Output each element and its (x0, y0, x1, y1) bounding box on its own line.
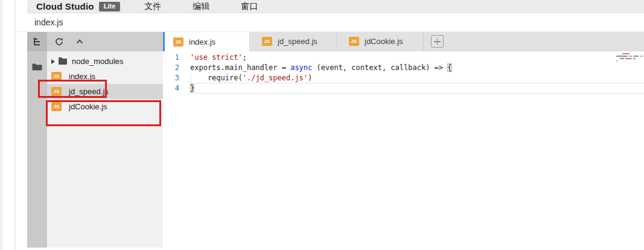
activity-bar (27, 32, 47, 248)
code-editor[interactable]: 1'use strict';2exports.main_handler = as… (163, 51, 644, 246)
collapse-all-icon[interactable] (75, 38, 84, 45)
sidebar-item-node_modules[interactable]: node_modules (47, 54, 163, 69)
open-file-bar: index.js (16, 13, 644, 32)
line-number: 2 (163, 63, 183, 73)
line-number: 3 (163, 73, 183, 83)
menu-window[interactable]: 窗口 (241, 1, 258, 12)
tab-jdCookie-js[interactable]: JSjdCookie.js (337, 32, 424, 51)
new-tab-button[interactable] (431, 35, 444, 48)
line-number: 1 (163, 53, 183, 63)
code-line[interactable]: 1'use strict'; (163, 53, 644, 63)
code-line[interactable]: 4} (163, 83, 644, 94)
sidebar-item-jd_speed-js[interactable]: JSjd_speed.js (47, 84, 163, 99)
token-string: './jd_speed.js' (243, 74, 308, 82)
code-text: exports.main_handler = async (event, con… (190, 63, 452, 73)
folder-icon (59, 59, 67, 65)
folder-icon (32, 63, 42, 71)
code-text: require('./jd_speed.js') (190, 73, 312, 83)
file-name: jd_speed.js (69, 87, 109, 96)
minimap-line (616, 56, 644, 57)
tab-label: jd_speed.js (278, 37, 317, 46)
app-title: Cloud Studio (36, 1, 94, 11)
tab-jd_speed-js[interactable]: JSjd_speed.js (250, 32, 337, 51)
minimap[interactable] (616, 53, 644, 62)
explorer-toolbar (47, 32, 163, 51)
file-name: index.js (69, 72, 95, 81)
js-file-icon: JS (349, 37, 359, 46)
js-file-icon: JS (51, 87, 62, 96)
sidebar-item-jdCookie-js[interactable]: JSjdCookie.js (47, 99, 163, 114)
open-file-name: index.js (34, 18, 63, 27)
minimap-line (616, 60, 644, 62)
file-name: jdCookie.js (69, 102, 107, 111)
js-file-icon: JS (51, 72, 62, 81)
minimap-line (616, 58, 644, 59)
token-string: 'use strict' (190, 53, 243, 62)
code-lines: 1'use strict';2exports.main_handler = as… (163, 53, 644, 94)
line-number: 4 (163, 83, 183, 94)
token-plain: exports.main_handler = (190, 63, 290, 72)
sidebar-item-index-js[interactable]: JSindex.js (47, 69, 163, 84)
new-tab-cell (424, 32, 450, 51)
editor-region: JSindex.jsJSjd_speed.jsJSjdCookie.js 1'u… (163, 32, 644, 248)
code-text: 'use strict'; (190, 53, 247, 63)
token-plain: require( (190, 74, 243, 82)
window-left-divider (14, 0, 16, 250)
tab-label: index.js (189, 37, 215, 46)
token-bracket-match: { (447, 63, 451, 72)
code-line[interactable]: 3 require('./jd_speed.js') (163, 73, 644, 83)
tab-label: jdCookie.js (365, 37, 403, 46)
js-file-icon: JS (262, 37, 272, 46)
minimap-line (616, 53, 644, 54)
menu-edit[interactable]: 编辑 (193, 1, 209, 12)
file-name: node_modules (72, 57, 123, 66)
window-left-strip (0, 0, 2, 250)
file-explorer-panel: node_modulesJSindex.jsJSjd_speed.jsJSjdC… (47, 32, 163, 248)
token-keyword: async (290, 63, 312, 72)
code-text: } (190, 83, 194, 94)
expander-icon[interactable] (51, 59, 55, 64)
code-line[interactable]: 2exports.main_handler = async (event, co… (163, 63, 644, 73)
token-plain: ; (243, 53, 247, 62)
js-file-icon: JS (51, 102, 62, 111)
refresh-icon[interactable] (55, 37, 63, 46)
token-plain: ) (308, 74, 312, 82)
tree-view-icon (33, 37, 42, 46)
lite-badge: Lite (99, 2, 121, 11)
token-plain: (event, context, callback) => (312, 63, 447, 72)
token-bracket-match: } (190, 84, 194, 92)
workspace-folder-button[interactable] (27, 56, 47, 77)
tab-index-js[interactable]: JSindex.js (163, 32, 250, 51)
explorer-view-button[interactable] (27, 32, 47, 51)
js-file-icon: JS (173, 37, 183, 46)
file-tree: node_modulesJSindex.jsJSjd_speed.jsJSjdC… (47, 51, 163, 114)
menu-file[interactable]: 文件 (144, 1, 161, 12)
tab-bar: JSindex.jsJSjd_speed.jsJSjdCookie.js (163, 32, 644, 51)
menu-bar: 文件编辑窗口 (144, 1, 258, 12)
top-menu-bar: Cloud Studio Lite 文件编辑窗口 (27, 0, 644, 13)
